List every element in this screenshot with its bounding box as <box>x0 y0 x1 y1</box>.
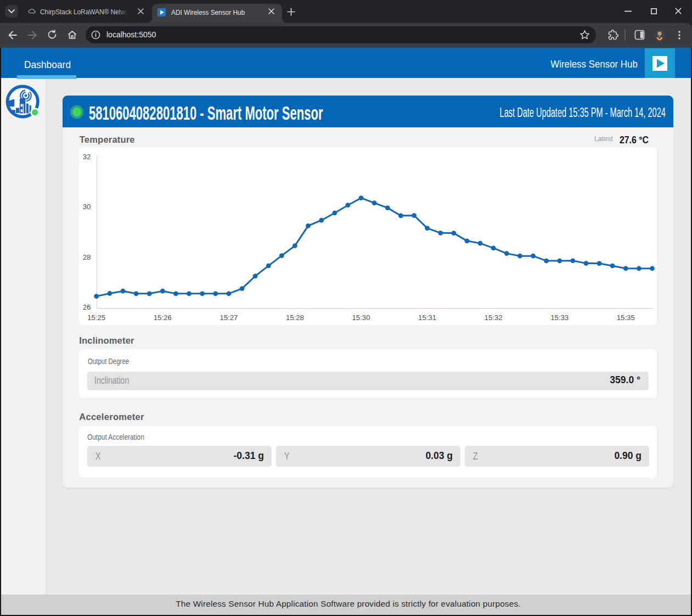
svg-text:15:26: 15:26 <box>154 313 172 322</box>
svg-text:30: 30 <box>83 203 91 211</box>
svg-text:15:28: 15:28 <box>286 313 304 322</box>
svg-text:15:27: 15:27 <box>220 313 238 322</box>
svg-text:15:32: 15:32 <box>485 313 503 322</box>
svg-text:32: 32 <box>83 153 91 161</box>
svg-text:15:31: 15:31 <box>418 313 436 322</box>
svg-text:28: 28 <box>83 253 91 261</box>
svg-text:15:35: 15:35 <box>617 313 635 322</box>
svg-text:15:25: 15:25 <box>87 313 105 322</box>
svg-text:26: 26 <box>83 303 91 311</box>
svg-text:15:33: 15:33 <box>550 313 569 322</box>
svg-text:15:30: 15:30 <box>352 313 370 322</box>
